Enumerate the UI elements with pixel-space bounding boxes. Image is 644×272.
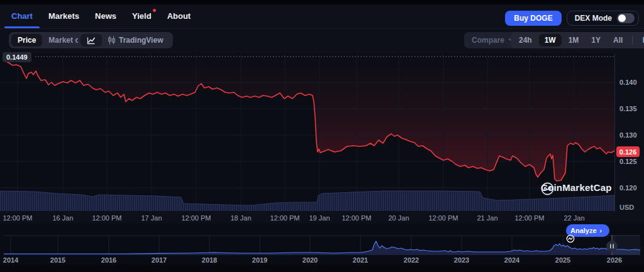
time-tick-label: 21 Jan [477,214,497,222]
analyze-ai-icon [566,234,575,243]
section-nav: ChartMarketsNewsYieldAbout Buy DOGE DEX … [0,4,644,29]
year-label-2017: 2017 [152,256,167,264]
line-chart-icon [87,36,96,45]
current-price-badge: 0.126 [616,146,640,157]
top-strip [0,0,644,4]
year-label-2026: 2026 [607,256,622,264]
year-label-2025: 2025 [555,256,570,264]
chart-type-switch: TradingView [78,32,173,48]
yield-notification-dot [153,9,156,12]
price-tick-label: 0.140 [619,79,637,86]
price-chart-canvas [0,53,615,212]
nav-actions: Buy DOGE DEX Mode [505,11,639,26]
time-tick-label: 12:00 PM [514,214,544,222]
time-tick-label: 12:00 PM [341,214,371,222]
drawdown-fill [5,57,615,181]
coinmarketcap-logo-icon [541,182,554,195]
divider [632,36,633,45]
tradingview-button[interactable]: TradingView [102,36,170,45]
chart-toolbar: Price Market cap TradingView [0,30,644,51]
price-chart-area[interactable]: 0.1449 CoinMarketCap [0,53,615,212]
range-button-1w[interactable]: 1W [539,34,562,46]
period-high-label: 0.1449 [3,52,31,62]
log-scale-button[interactable]: Log [636,34,644,46]
nav-tabs: ChartMarketsNewsYieldAbout [11,4,191,29]
candlestick-icon [108,36,115,45]
time-tick-label: 12:00 PM [270,214,299,222]
axis-unit-label: USD [619,204,634,211]
year-label-2016: 2016 [101,256,116,264]
year-label-2019: 2019 [252,256,267,264]
doge-chart-page: ChartMarketsNewsYieldAbout Buy DOGE DEX … [0,0,644,272]
line-chart-type-button[interactable] [80,34,102,46]
price-tick-label: 0.120 [619,184,637,192]
price-axis: 0.1400.1350.1300.1250.120 0.126 USD [615,53,644,212]
bottom-strip [0,264,644,272]
range-button-24h[interactable]: 24h [513,34,538,46]
time-tick-label: 18 Jan [230,214,251,222]
compare-label: Compare [472,36,504,45]
range-button-all[interactable]: All [608,34,628,46]
time-axis: 12:00 PM16 Jan12:00 PM17 Jan12:00 PM18 J… [0,213,615,223]
time-tick-label: 12:00 PM [3,214,32,222]
nav-tab-chart[interactable]: Chart [11,10,33,23]
year-label-2018: 2018 [202,256,217,264]
buy-doge-button[interactable]: Buy DOGE [505,11,561,26]
dex-mode-label: DEX Mode [575,14,612,23]
year-label-2022: 2022 [404,256,419,264]
range-button-1m[interactable]: 1M [563,34,585,46]
range-buttons: 24h1W1M1YAll [513,34,628,46]
nav-tab-about[interactable]: About [167,10,191,23]
toggle-knob [618,14,626,22]
year-label-2014: 2014 [3,256,18,264]
time-tick-label: 12:00 PM [92,214,121,222]
analyze-button[interactable]: Analyze › [566,224,609,237]
price-tick-label: 0.130 [619,131,637,139]
price-tick-label: 0.135 [619,105,637,112]
time-tick-label: 22 Jan [564,214,584,222]
analyze-arrow: › [600,227,602,234]
year-label-2021: 2021 [353,256,368,264]
time-tick-label: 17 Jan [141,214,162,222]
year-label-2020: 2020 [303,256,318,264]
time-tick-label: 19 Jan [309,214,330,222]
time-tick-label: 16 Jan [52,214,73,222]
volume-bars [0,191,615,211]
year-label-2015: 2015 [50,256,65,264]
range-button-1y[interactable]: 1Y [586,34,606,46]
analyze-label: Analyze [570,227,597,234]
time-tick-label: 12:00 PM [428,214,458,222]
minimap-year-axis: 2014201520162017201820192020202120222023… [0,256,644,265]
price-tab[interactable]: Price [11,34,42,46]
nav-tab-news[interactable]: News [95,10,116,23]
price-tick-label: 0.125 [619,158,637,165]
nav-tab-yield[interactable]: Yield [132,10,152,23]
nav-tab-markets[interactable]: Markets [48,10,79,23]
dex-mode-control[interactable]: DEX Mode [567,11,639,26]
time-tick-label: 20 Jan [388,214,409,222]
dex-mode-toggle[interactable] [617,13,635,23]
year-label-2024: 2024 [504,256,519,264]
coinmarketcap-watermark: CoinMarketCap [541,182,612,193]
tradingview-label: TradingView [119,36,163,45]
minimap-canvas [0,234,644,256]
range-switch: 24h1W1M1YAll Log [511,32,644,48]
time-tick-label: 12:00 PM [181,214,211,222]
year-label-2023: 2023 [454,256,469,264]
